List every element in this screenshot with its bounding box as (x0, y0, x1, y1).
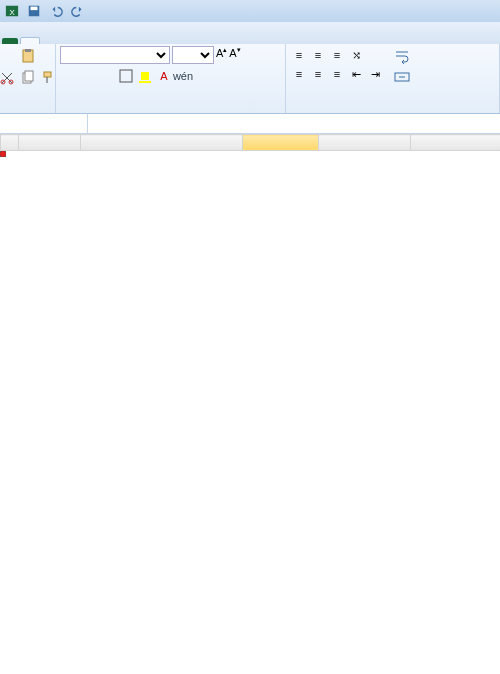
merge-icon (392, 67, 412, 87)
svg-rect-12 (139, 81, 151, 83)
svg-rect-3 (31, 7, 38, 11)
wrap-icon (392, 46, 412, 66)
redo-icon[interactable] (68, 2, 88, 20)
font-name-select[interactable] (60, 46, 170, 64)
phonetic-icon[interactable]: wén (174, 67, 192, 85)
svg-rect-11 (120, 70, 132, 82)
font-size-select[interactable] (172, 46, 214, 64)
col-header-B[interactable] (81, 135, 243, 151)
indent-dec-icon[interactable]: ⇤ (347, 65, 365, 83)
border-icon[interactable] (117, 67, 135, 85)
svg-text:X: X (9, 8, 15, 17)
shrink-font-icon[interactable]: A▾ (229, 46, 240, 64)
ribbon-tabs (0, 22, 500, 44)
group-align-label (290, 110, 495, 111)
fill-color-icon[interactable] (136, 67, 154, 85)
align-right-icon[interactable]: ≡ (328, 65, 346, 83)
italic-button[interactable] (79, 67, 97, 85)
select-all-corner[interactable] (1, 135, 19, 151)
orientation-icon[interactable]: ⤭ (347, 46, 365, 64)
paste-icon[interactable] (18, 46, 38, 66)
svg-rect-10 (44, 72, 51, 77)
selection-outline (0, 151, 6, 157)
worksheet-grid[interactable] (0, 134, 500, 151)
ribbon: A▴ A▾ A wén ≡ ≡ ≡ ⤭ (0, 44, 500, 114)
excel-icon: X (2, 2, 22, 20)
wrap-text-button[interactable] (392, 46, 415, 66)
tab-home[interactable] (20, 37, 40, 44)
align-top-icon[interactable]: ≡ (290, 46, 308, 64)
cut-icon[interactable] (0, 68, 17, 88)
undo-icon[interactable] (46, 2, 66, 20)
quick-access-toolbar: X (0, 0, 500, 22)
col-header-E[interactable] (411, 135, 501, 151)
indent-inc-icon[interactable]: ⇥ (366, 65, 384, 83)
qat-dropdown-icon[interactable] (90, 2, 110, 20)
grow-font-icon[interactable]: A▴ (216, 46, 227, 64)
col-header-C[interactable] (243, 135, 319, 151)
merge-center-button[interactable] (392, 67, 415, 87)
underline-button[interactable] (98, 67, 116, 85)
group-clipboard-label (4, 110, 51, 111)
svg-rect-5 (25, 49, 31, 52)
col-header-D[interactable] (319, 135, 411, 151)
align-center-icon[interactable]: ≡ (309, 65, 327, 83)
formula-bar (0, 114, 500, 134)
copy-icon[interactable] (18, 68, 38, 88)
formula-input[interactable] (112, 122, 500, 126)
annotation-circle (0, 151, 6, 157)
align-left-icon[interactable]: ≡ (290, 65, 308, 83)
font-color-icon[interactable]: A (155, 67, 173, 85)
name-box[interactable] (0, 114, 88, 133)
bold-button[interactable] (60, 67, 78, 85)
svg-rect-9 (25, 71, 33, 81)
align-middle-icon[interactable]: ≡ (309, 46, 327, 64)
col-header-A[interactable] (19, 135, 81, 151)
align-bottom-icon[interactable]: ≡ (328, 46, 346, 64)
save-icon[interactable] (24, 2, 44, 20)
group-font-label (60, 110, 281, 111)
